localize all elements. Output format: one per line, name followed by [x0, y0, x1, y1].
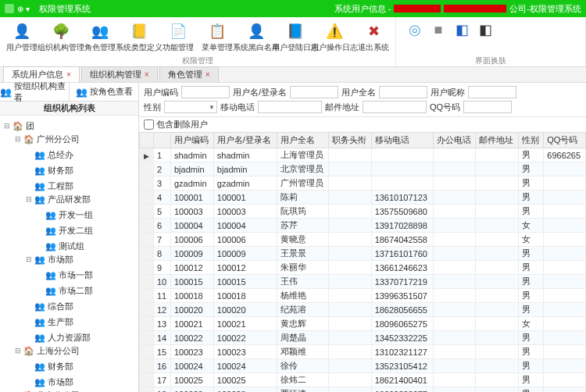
tree-node[interactable]: 👥市场部 — [25, 376, 73, 388]
table-row[interactable]: 4100001100001陈莉13610107123男 — [140, 191, 586, 205]
col-6[interactable]: 办公电话 — [433, 133, 476, 148]
input-login[interactable] — [290, 86, 338, 98]
expand-icon[interactable]: ⊟ — [25, 253, 32, 265]
ribbon: 👤用户管理 🌳组织机构管理 👥角色管理 📒系统类型定义 📄功能管理 📋菜单管理 … — [0, 17, 586, 67]
tree-node[interactable]: ⊟🏠广州分公司 — [14, 133, 80, 145]
grid-wrap[interactable]: 用户编码用户名/登录名用户全名职务头衔移动电话办公电话邮件地址性别QQ号码 ▶1… — [139, 132, 586, 392]
expand-icon[interactable]: ⊟ — [14, 344, 21, 357]
table-row[interactable]: 2bjadminbjadmin北京管理员男 — [140, 162, 586, 176]
chk-include-deleted-wrap[interactable]: 包含删除用户 — [139, 117, 586, 132]
table-row[interactable]: 8100009100009王景景13716101760男 — [140, 247, 586, 261]
rbtn-systype[interactable]: 📒系统类型定义 — [120, 20, 158, 55]
table-row[interactable]: 13100021100021黄忠辉18096065275女 — [140, 317, 586, 331]
col-8[interactable]: 性别 — [519, 133, 544, 148]
tree-node[interactable]: ⊟👥市场部 — [25, 253, 73, 265]
col-0[interactable] — [154, 133, 171, 148]
tree-node[interactable]: 👥开发二组 — [36, 224, 93, 237]
tree-node[interactable]: 👥工程部 — [25, 180, 73, 192]
col-5[interactable]: 移动电话 — [371, 133, 433, 148]
table-row[interactable]: 12100020100020纪苑溶18628056655男 — [140, 303, 586, 317]
table-row[interactable]: 15100023100023邓颖维13102321127男 — [140, 345, 586, 359]
tree-node[interactable]: 👥人力资源部 — [25, 331, 91, 344]
user-grid[interactable]: 用户编码用户名/登录名用户全名职务头衔移动电话办公电话邮件地址性别QQ号码 ▶1… — [139, 132, 586, 392]
cell: 15 — [154, 345, 171, 359]
select-gender[interactable]: ▼ — [164, 101, 217, 113]
col-4[interactable]: 职务头衔 — [328, 133, 371, 148]
cell: 13917028898 — [371, 219, 433, 233]
tab-2[interactable]: 角色管理× — [159, 66, 219, 82]
cell — [433, 261, 476, 275]
right-panel: 用户编码 用户名/登录名 用户全名 用户昵称 性别 ▼ 移动电话 邮件地址 QQ… — [139, 83, 586, 392]
org-tree[interactable]: ⊟🏠团⊟🏠广州分公司👥总经办👥财务部👥工程部⊟👥产品研发部👥开发一组👥开发二组👥… — [0, 116, 138, 392]
tab-close-icon[interactable]: × — [205, 70, 210, 79]
table-row[interactable]: 3gzadmingzadmin广州管理员男 — [140, 176, 586, 191]
quick-access-dd[interactable]: ⊕ ▾ — [17, 5, 30, 13]
cell: 100006 — [170, 233, 213, 247]
table-row[interactable]: 14100022100022周楚晶13452332225男 — [140, 331, 586, 345]
tree-node[interactable]: ⊟🏠上海分公司 — [14, 344, 80, 357]
tree-node[interactable]: 👥财务部 — [25, 164, 73, 176]
rbtn-org-mgmt[interactable]: 🌳组织机构管理 — [42, 20, 80, 55]
rbtn-role-mgmt[interactable]: 👥角色管理 — [81, 20, 119, 55]
input-email[interactable] — [363, 101, 427, 113]
input-mobile[interactable] — [258, 101, 322, 113]
tree-node[interactable]: 👥总经办 — [25, 148, 73, 161]
table-row[interactable]: 10100015100015王伟13370717219男 — [140, 275, 586, 289]
rbtn-bwlist[interactable]: 👤系统黑白名单 — [238, 20, 275, 55]
skin-icon-3[interactable]: ◧ — [452, 20, 471, 39]
tree-node[interactable]: 👥开发一组 — [36, 208, 93, 221]
btn-view-by-org[interactable]: 👥按组织机构查看 — [0, 83, 70, 101]
expand-icon[interactable]: ⊟ — [14, 133, 21, 145]
col-2[interactable]: 用户名/登录名 — [213, 133, 277, 148]
table-row[interactable]: 6100004100004苏芹13917028898女 — [140, 219, 586, 233]
skin-icon-1[interactable]: ◎ — [406, 20, 424, 39]
rbtn-exit[interactable]: ✖退出系统 — [355, 20, 392, 55]
tab-close-icon[interactable]: × — [145, 70, 149, 79]
table-row[interactable]: 18100028100028贾怀塘18602333677男 — [140, 387, 586, 393]
table-row[interactable]: 17100025100025徐炜二18621400401男 — [140, 373, 586, 387]
input-qq[interactable] — [463, 101, 512, 113]
table-row[interactable]: ▶1shadminshadmin上海管理员男6966265 — [140, 148, 586, 162]
table-row[interactable]: 16100024100024徐伶13523105412男 — [140, 359, 586, 373]
expand-icon[interactable]: ⊟ — [3, 119, 10, 132]
col-1[interactable]: 用户编码 — [170, 133, 213, 148]
tree-node[interactable]: ⊟🏠北京分公司 — [14, 389, 80, 392]
expand-icon[interactable]: ⊟ — [25, 193, 32, 205]
cell: 上海管理员 — [277, 148, 328, 162]
input-nick[interactable] — [468, 86, 516, 98]
tree-label: 综合部 — [48, 300, 73, 312]
col-7[interactable]: 邮件地址 — [476, 133, 519, 148]
tab-close-icon[interactable]: × — [66, 70, 71, 79]
skin-icon-4[interactable]: ◧ — [476, 20, 495, 39]
tree-node[interactable]: 👥财务部 — [25, 360, 73, 372]
rbtn-func-mgmt[interactable]: 📄功能管理 — [159, 20, 197, 55]
btn-view-by-role[interactable]: 👥按角色查看 — [70, 83, 138, 101]
rbtn-menu-mgmt[interactable]: 📋菜单管理 — [198, 20, 236, 55]
tab-1[interactable]: 组织机构管理× — [81, 66, 158, 82]
rbtn-op-log[interactable]: ⚠️用户操作日志 — [316, 20, 353, 55]
col-3[interactable]: 用户全名 — [277, 133, 328, 148]
rbtn-login-log[interactable]: 📘用户登陆日志 — [277, 20, 314, 55]
titlebar-left: ⊕ ▾ 权限管理系统 — [5, 3, 91, 15]
table-row[interactable]: 5100003100003阮琪筠13575509680男 — [140, 205, 586, 219]
tree-node[interactable]: 👥测试组 — [36, 240, 84, 252]
tree-node[interactable]: ⊟👥产品研发部 — [25, 193, 91, 205]
table-row[interactable]: 7100006100006黄晓意18674042558女 — [140, 233, 586, 247]
tree-label: 广州分公司 — [37, 133, 80, 145]
table-row[interactable]: 9100012100012朱丽华13661246623男 — [140, 261, 586, 275]
rbtn-user-mgmt[interactable]: 👤用户管理 — [3, 20, 41, 55]
col-9[interactable]: QQ号码 — [544, 133, 586, 148]
skin-icon-2[interactable]: ■ — [429, 20, 448, 39]
cell: 王伟 — [277, 275, 328, 289]
cell: 男 — [519, 331, 544, 345]
input-code[interactable] — [181, 86, 230, 98]
tree-node[interactable]: 👥综合部 — [25, 300, 73, 312]
tree-node[interactable]: 👥生产部 — [25, 315, 73, 328]
table-row[interactable]: 11100018100018杨维艳13996351507男 — [140, 289, 586, 303]
chk-include-deleted[interactable] — [144, 119, 154, 130]
tree-node[interactable]: 👥市场二部 — [36, 284, 93, 297]
tree-node[interactable]: 👥市场一部 — [36, 269, 93, 281]
input-fullname[interactable] — [379, 86, 427, 98]
expand-icon[interactable]: ⊟ — [14, 389, 21, 392]
tree-node[interactable]: ⊟🏠团 — [3, 119, 34, 132]
